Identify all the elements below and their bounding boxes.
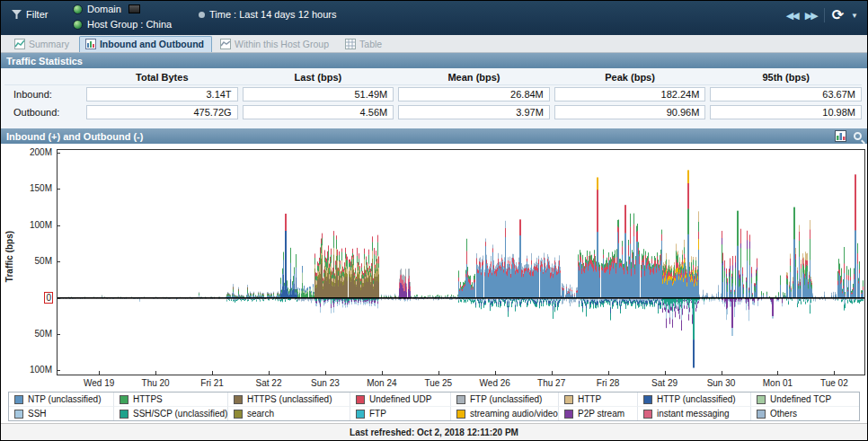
x-tick-label: Mon 24 (355, 378, 409, 388)
legend-item[interactable]: P2P stream (559, 406, 638, 420)
legend-swatch (234, 395, 243, 404)
summary-tab-icon (14, 39, 25, 49)
inbound-95th-bps: 63.67M (710, 87, 862, 101)
filter-label: Filter (26, 9, 48, 20)
domain-icon (73, 4, 83, 14)
toolbar-nav-cluster: ◀◀ ▶▶ ⟳ ▼ (786, 8, 858, 22)
x-tick-label: Mon 01 (750, 378, 804, 388)
legend-item[interactable]: Undefined TCP (751, 392, 859, 406)
chart-options-icon[interactable] (835, 130, 846, 142)
inbound-peak-bps: 182.24M (554, 87, 706, 101)
legend-label: Others (770, 409, 797, 419)
tab-inbound-and-outbound[interactable]: Inbound and Outbound (79, 36, 212, 52)
legend-item[interactable]: instant messaging (638, 406, 751, 420)
x-tick-label: Sun 23 (298, 378, 352, 388)
tab-label: Summary (29, 39, 69, 49)
legend-swatch (757, 410, 766, 419)
legend-item[interactable]: streaming audio/video (451, 406, 559, 420)
legend-swatch (234, 410, 243, 419)
traffic-statistics-header: Traffic Statistics (1, 53, 867, 68)
legend-label: Undefined TCP (770, 394, 831, 404)
outbound-total-bytes: 475.72G (86, 105, 238, 119)
y-tick-label: 50M (1, 256, 53, 266)
legend-item[interactable]: FTP (unclassified) (451, 392, 559, 406)
y-tick-zero: 0 (1, 293, 53, 303)
table-tab-icon (345, 39, 356, 49)
legend-swatch (14, 410, 23, 419)
domain-thumbnail-icon (128, 4, 140, 13)
outbound-95th-bps: 10.98M (710, 105, 862, 119)
x-tick-label: Sat 22 (242, 378, 296, 388)
traffic-chart-canvas[interactable] (57, 149, 865, 375)
legend-label: HTTP (578, 394, 601, 404)
stats-row-inbound: Inbound: 3.14T 51.49M 26.84M 182.24M 63.… (4, 85, 862, 103)
legend-swatch (564, 410, 573, 419)
legend-swatch (120, 410, 128, 419)
x-tick-label: Thu 27 (525, 378, 579, 388)
legend-swatch (456, 395, 465, 404)
legend-item[interactable]: Undefined UDP (350, 392, 451, 406)
domain-control[interactable]: Domain (73, 4, 140, 14)
time-range-control[interactable]: Time : Last 14 days 12 hours (199, 9, 336, 20)
legend-item[interactable]: HTTPS (114, 392, 228, 406)
traffic-chart-panel: Traffic (bps) 200M150M100M50M050M100M We… (1, 144, 867, 390)
legend-swatch (643, 395, 652, 404)
legend-item[interactable]: Others (751, 406, 859, 420)
outbound-last-bps: 4.56M (243, 105, 394, 119)
host-group-icon (73, 20, 83, 30)
legend-swatch (356, 395, 365, 404)
time-icon (199, 12, 205, 18)
inbound-last-bps: 51.49M (243, 87, 394, 101)
last-refreshed-text: Last refreshed: Oct 2, 2018 12:11:20 PM (350, 428, 518, 437)
tab-within-this-host-group[interactable]: Within this Host Group (214, 36, 337, 52)
col-header-95th-bps: 95th (bps) (710, 72, 862, 83)
refresh-dropdown-caret[interactable]: ▼ (851, 12, 858, 20)
legend-label: SSH/SCP (unclassified) (133, 409, 227, 419)
legend-label: FTP (unclassified) (470, 394, 542, 404)
x-tick-label: Sun 30 (695, 378, 748, 388)
legend-item[interactable]: HTTP (unclassified) (638, 392, 751, 406)
tab-label: Table (359, 39, 382, 49)
legend-item[interactable]: NTP (unclassified) (9, 392, 114, 406)
legend-item[interactable]: HTTP (559, 392, 638, 406)
x-tick-label: Tue 02 (807, 378, 861, 388)
legend-label: Undefined UDP (369, 394, 431, 404)
col-header-peak-bps: Peak (bps) (554, 72, 706, 83)
inbound-row-label: Inbound: (4, 89, 82, 100)
refresh-button[interactable]: ⟳ (832, 8, 844, 22)
legend-label: FTP (369, 409, 386, 419)
legend-item[interactable]: SSH (9, 406, 114, 420)
legend-item[interactable]: HTTPS (unclassified) (228, 392, 350, 406)
traffic-statistics-title: Traffic Statistics (6, 56, 83, 66)
legend-label: SSH (28, 409, 47, 419)
toolbar-divider (824, 8, 825, 22)
back-button[interactable]: ◀◀ (786, 10, 798, 22)
legend-label: search (247, 409, 274, 419)
tab-table[interactable]: Table (339, 36, 390, 52)
outbound-peak-bps: 90.96M (554, 105, 706, 119)
inbound-outbound-tab-icon (85, 39, 96, 49)
legend-label: NTP (unclassified) (28, 394, 102, 404)
tab-label: Within this Host Group (235, 39, 329, 49)
legend-item[interactable]: SSH/SCP (unclassified) (114, 406, 228, 420)
zoom-icon[interactable] (854, 132, 862, 140)
chart-legend: NTP (unclassified)HTTPSHTTPS (unclassifi… (8, 392, 860, 421)
x-tick-label: Wed 26 (468, 378, 522, 388)
x-tick-label: Fri 21 (185, 378, 239, 388)
filter-control[interactable]: Filter (12, 9, 48, 20)
y-tick-label: 100M (1, 220, 53, 230)
outbound-row-label: Outbound: (4, 107, 82, 118)
legend-item[interactable]: FTP (350, 406, 451, 420)
tab-summary[interactable]: Summary (8, 36, 77, 52)
legend-label: streaming audio/video (470, 409, 558, 419)
time-label: Time : Last 14 days 12 hours (209, 9, 336, 20)
top-toolbar: Filter Domain Host Group : China Time : … (1, 1, 867, 35)
legend-item[interactable]: search (228, 406, 350, 420)
legend-label: HTTPS (unclassified) (247, 394, 332, 404)
forward-button[interactable]: ▶▶ (805, 10, 817, 22)
chart-panel-title: Inbound (+) and Outbound (-) (6, 131, 143, 142)
host-group-control[interactable]: Host Group : China (73, 19, 172, 30)
x-tick-label: Sat 29 (638, 378, 692, 388)
x-tick-label: Thu 20 (128, 378, 182, 388)
y-tick-label: 200M (1, 147, 53, 157)
